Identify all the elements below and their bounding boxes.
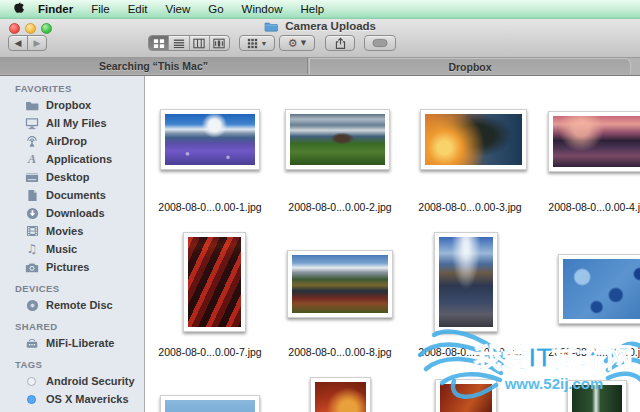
router-icon <box>24 336 40 350</box>
share-button[interactable] <box>325 35 355 51</box>
tag-circle-blue-icon <box>27 395 36 404</box>
sidebar-item-applications[interactable]: A Applications <box>0 150 144 168</box>
sidebar-item-tag-android-security[interactable]: Android Security <box>0 372 144 390</box>
sidebar-item-label: Android Security <box>46 375 135 387</box>
folder-icon <box>264 21 278 34</box>
thumbnail-autumn-mountain-lake[interactable] <box>287 250 393 318</box>
tab-bar: Searching “This Mac” Dropbox <box>0 58 640 76</box>
sidebar-item-label: MiFi-Liberate <box>46 337 114 349</box>
folder-icon <box>24 98 40 112</box>
sidebar-item-label: Downloads <box>46 207 105 219</box>
thumbnail-sunset-tree[interactable] <box>420 109 527 170</box>
file-name[interactable]: 2008-08-0...0.00-8.jpg <box>265 346 415 359</box>
disc-icon <box>24 298 40 312</box>
sidebar-section-tags: TAGS <box>0 357 144 372</box>
sidebar-section-shared: SHARED <box>0 319 144 334</box>
sidebar-item-label: Music <box>46 243 77 255</box>
action-gear-button[interactable]: ⚙ ▼ <box>279 35 315 51</box>
chevron-down-icon: ▼ <box>261 40 268 47</box>
music-note-icon: ♫ <box>24 242 40 256</box>
window-chrome: Camera Uploads ◀ ▶ ▼ ⚙ ▼ <box>0 19 640 58</box>
menu-help[interactable]: Help <box>291 3 333 15</box>
file-name[interactable]: 2008-08-0...0.00-4.jpg <box>525 201 640 214</box>
coverflow-view-button[interactable] <box>210 36 229 50</box>
column-view-button[interactable] <box>190 36 210 50</box>
sidebar-item-label: Documents <box>46 189 106 201</box>
thumbnail-ice-bubbles[interactable] <box>558 254 640 324</box>
gear-icon: ⚙ <box>288 37 298 50</box>
sidebar-item-label: OS X Mavericks <box>46 393 129 405</box>
film-icon <box>24 224 40 238</box>
tags-button[interactable] <box>364 35 396 51</box>
arrange-button[interactable]: ▼ <box>239 35 275 51</box>
sidebar-item-all-my-files[interactable]: All My Files <box>0 114 144 132</box>
thumbnail-red-canyon[interactable] <box>183 232 246 332</box>
desktop-icon <box>24 170 40 184</box>
sidebar-item-label: Applications <box>46 153 112 165</box>
thumbnail-canyon-swirl[interactable] <box>435 379 497 412</box>
tag-pill-icon <box>372 38 388 48</box>
sidebar-item-tag-osx-mavericks[interactable]: OS X Mavericks <box>0 390 144 408</box>
sidebar-item-label: Dropbox <box>46 99 91 111</box>
tab-searching-this-mac[interactable]: Searching “This Mac” <box>0 58 308 74</box>
airdrop-icon <box>24 134 40 148</box>
file-grid: 2008-08-0...0.00-1.jpg 2008-08-0...0.00-… <box>146 76 640 412</box>
sidebar-item-movies[interactable]: Movies <box>0 222 144 240</box>
sidebar-item-desktop[interactable]: Desktop <box>0 168 144 186</box>
document-icon <box>24 188 40 202</box>
file-name[interactable]: 2008-08-0...0.00-2.jpg <box>265 201 415 214</box>
thumbnail-autumn-tree[interactable] <box>310 377 371 412</box>
sidebar-item-music[interactable]: ♫ Music <box>0 240 144 258</box>
tab-dropbox[interactable]: Dropbox <box>309 58 631 74</box>
sidebar-item-label: Desktop <box>46 171 89 183</box>
thumbnail-barn-field[interactable] <box>285 109 390 170</box>
file-name[interactable]: 2008-08-0....00-10.jpg <box>525 346 640 359</box>
sidebar-item-tag-yellow[interactable] <box>0 408 144 412</box>
menu-bar: Finder File Edit View Go Window Help <box>0 0 640 19</box>
sidebar-item-downloads[interactable]: Downloads <box>0 204 144 222</box>
sidebar-item-airdrop[interactable]: AirDrop <box>0 132 144 150</box>
file-name[interactable]: 2008-08-0...0.00-3.jpg <box>395 201 545 214</box>
sidebar: FAVORITES Dropbox All My Files AirDrop A… <box>0 76 145 412</box>
menu-edit[interactable]: Edit <box>119 3 157 15</box>
menu-window[interactable]: Window <box>233 3 292 15</box>
sidebar-item-label: AirDrop <box>46 135 87 147</box>
list-view-button[interactable] <box>169 36 189 50</box>
sidebar-item-documents[interactable]: Documents <box>0 186 144 204</box>
thumbnail-mountain-reflection[interactable] <box>434 232 498 332</box>
sidebar-item-label: Pictures <box>46 261 89 273</box>
back-button[interactable]: ◀ <box>8 35 28 51</box>
screen-icon <box>24 116 40 130</box>
apple-logo-icon[interactable] <box>8 1 28 17</box>
share-icon <box>334 37 347 50</box>
window-title: Camera Uploads <box>285 20 376 32</box>
menu-file[interactable]: File <box>82 3 119 15</box>
menu-go[interactable]: Go <box>199 3 232 15</box>
menu-finder[interactable]: Finder <box>28 3 82 15</box>
arrange-grid-icon <box>247 38 258 49</box>
chevron-down-icon: ▼ <box>301 39 306 47</box>
sidebar-item-mifi-liberate[interactable]: MiFi-Liberate <box>0 334 144 352</box>
sidebar-item-label: Remote Disc <box>46 299 113 311</box>
sidebar-item-dropbox[interactable]: Dropbox <box>0 96 144 114</box>
thumbnail-sunset-lake[interactable] <box>548 111 640 172</box>
download-icon <box>24 206 40 220</box>
sidebar-section-favorites: FAVORITES <box>0 81 144 96</box>
thumbnail-waterfall[interactable] <box>567 380 627 412</box>
sidebar-item-label: Movies <box>46 225 83 237</box>
thumbnail-blue-sky[interactable] <box>160 395 260 412</box>
view-mode-segmented-control <box>148 35 230 51</box>
sidebar-item-label: All My Files <box>46 117 107 129</box>
sidebar-item-remote-disc[interactable]: Remote Disc <box>0 296 144 314</box>
sidebar-section-devices: DEVICES <box>0 281 144 296</box>
file-name[interactable]: 2008-08-0...0.00-9.jpg <box>395 346 545 359</box>
menu-view[interactable]: View <box>157 3 200 15</box>
sidebar-item-pictures[interactable]: Pictures <box>0 258 144 276</box>
window-title-bar: Camera Uploads <box>0 20 640 35</box>
thumbnail-mountain-lupine[interactable] <box>160 109 260 170</box>
tag-circle-gray-icon <box>27 377 36 386</box>
applications-icon: A <box>24 152 40 166</box>
forward-button[interactable]: ▶ <box>27 35 47 51</box>
icon-view-button[interactable] <box>149 36 169 50</box>
camera-icon <box>24 260 40 274</box>
